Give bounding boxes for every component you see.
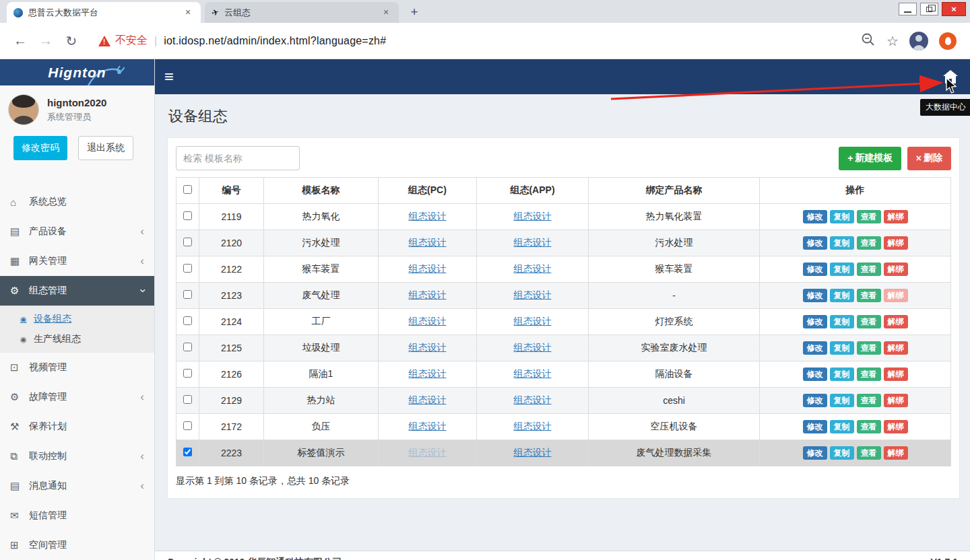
back-icon[interactable]: ←: [8, 29, 32, 53]
pc-design-link[interactable]: 组态设计: [409, 289, 447, 300]
sidebar-item-gateway[interactable]: ▦ 网关管理 ‹: [0, 246, 154, 276]
extension-icon[interactable]: [939, 32, 957, 50]
view-button[interactable]: 查看: [857, 394, 881, 407]
app-design-link[interactable]: 组态设计: [514, 342, 552, 353]
pc-design-link[interactable]: 组态设计: [409, 394, 447, 405]
window-close-button[interactable]: ×: [942, 2, 966, 16]
pc-design-link[interactable]: 组态设计: [409, 368, 447, 379]
copy-button[interactable]: 复制: [830, 262, 854, 276]
row-checkbox[interactable]: [183, 264, 192, 273]
unbind-button[interactable]: 解绑: [884, 394, 908, 407]
sidebar-item-fault[interactable]: ⚙ 故障管理 ‹: [0, 382, 154, 412]
unbind-button[interactable]: 解绑: [884, 315, 908, 328]
app-design-link[interactable]: 组态设计: [514, 289, 552, 300]
app-design-link[interactable]: 组态设计: [514, 368, 552, 379]
edit-button[interactable]: 修改: [803, 394, 827, 407]
edit-button[interactable]: 修改: [803, 210, 827, 223]
pc-design-link[interactable]: 组态设计: [409, 237, 447, 248]
address-bar[interactable]: ! 不安全 | iot.idosp.net/admin/index.html?l…: [85, 34, 860, 48]
tab-close-icon[interactable]: ×: [182, 7, 194, 19]
unbind-button[interactable]: 解绑: [884, 210, 908, 223]
view-button[interactable]: 查看: [857, 210, 881, 223]
forward-icon[interactable]: →: [34, 29, 58, 53]
app-design-link[interactable]: 组态设计: [514, 394, 552, 405]
row-checkbox[interactable]: [183, 290, 192, 299]
copy-button[interactable]: 复制: [830, 315, 854, 328]
row-checkbox[interactable]: [183, 343, 192, 351]
row-checkbox[interactable]: [183, 316, 192, 325]
view-button[interactable]: 查看: [857, 289, 881, 302]
search-input[interactable]: [176, 146, 300, 170]
copy-button[interactable]: 复制: [830, 289, 854, 302]
unbind-button-disabled[interactable]: 解绑: [884, 289, 908, 302]
pc-design-link[interactable]: 组态设计: [409, 316, 447, 326]
unbind-button[interactable]: 解绑: [884, 446, 908, 460]
sidebar-item-notifications[interactable]: ▤ 消息通知 ‹: [0, 471, 154, 501]
copy-button[interactable]: 复制: [830, 420, 854, 433]
pc-design-link[interactable]: 组态设计: [409, 342, 447, 353]
unbind-button[interactable]: 解绑: [884, 236, 908, 250]
edit-button[interactable]: 修改: [803, 420, 827, 433]
sidebar-item-linkage-control[interactable]: ⧉ 联动控制 ‹: [0, 442, 154, 471]
sidebar-item-device-config[interactable]: ◉ 设备组态: [0, 309, 154, 329]
row-checkbox[interactable]: [183, 238, 192, 246]
app-design-link[interactable]: 组态设计: [514, 211, 552, 221]
copy-button[interactable]: 复制: [830, 210, 854, 223]
view-button[interactable]: 查看: [857, 236, 881, 250]
tab-close-icon[interactable]: ×: [380, 7, 392, 19]
new-template-button[interactable]: +新建模板: [839, 147, 901, 170]
row-checkbox[interactable]: [183, 369, 192, 378]
unbind-button[interactable]: 解绑: [884, 368, 908, 381]
edit-button[interactable]: 修改: [803, 236, 827, 250]
sidebar-item-product-devices[interactable]: ▤ 产品设备 ‹: [0, 217, 154, 246]
window-minimize-button[interactable]: [899, 3, 917, 15]
unbind-button[interactable]: 解绑: [884, 341, 908, 355]
browser-tab-active[interactable]: 思普云大数据平台 ×: [7, 2, 201, 23]
sidebar-item-video[interactable]: ⊡ 视频管理: [0, 353, 154, 382]
edit-button[interactable]: 修改: [803, 315, 827, 328]
edit-button[interactable]: 修改: [803, 289, 827, 302]
app-design-link[interactable]: 组态设计: [514, 237, 552, 248]
edit-button[interactable]: 修改: [803, 446, 827, 460]
select-all-checkbox[interactable]: [183, 185, 192, 194]
row-checkbox[interactable]: [183, 395, 192, 404]
window-restore-button[interactable]: [920, 3, 938, 15]
view-button[interactable]: 查看: [857, 341, 881, 355]
app-design-link[interactable]: 组态设计: [514, 421, 552, 431]
sidebar-item-space[interactable]: ⊞ 空间管理: [0, 530, 154, 560]
edit-button[interactable]: 修改: [803, 368, 827, 381]
view-button[interactable]: 查看: [857, 262, 881, 276]
unbind-button[interactable]: 解绑: [884, 420, 908, 433]
view-button[interactable]: 查看: [857, 420, 881, 433]
edit-button[interactable]: 修改: [803, 262, 827, 276]
unbind-button[interactable]: 解绑: [884, 262, 908, 276]
new-tab-button[interactable]: +: [406, 3, 423, 21]
copy-button[interactable]: 复制: [830, 341, 854, 355]
pc-design-link-disabled[interactable]: 组态设计: [409, 447, 447, 458]
app-design-link[interactable]: 组态设计: [514, 316, 552, 326]
edit-button[interactable]: 修改: [803, 341, 827, 355]
reload-icon[interactable]: ↻: [59, 29, 84, 53]
pc-design-link[interactable]: 组态设计: [409, 211, 447, 221]
app-design-link[interactable]: 组态设计: [514, 447, 552, 458]
row-checkbox-checked[interactable]: [183, 448, 192, 456]
view-button[interactable]: 查看: [857, 368, 881, 381]
copy-button[interactable]: 复制: [830, 446, 854, 460]
copy-button[interactable]: 复制: [830, 236, 854, 250]
zoom-icon[interactable]: [861, 32, 876, 50]
sidebar-item-configuration[interactable]: ⚙ 组态管理 ‹: [0, 276, 154, 306]
home-button[interactable]: [936, 59, 965, 94]
view-button[interactable]: 查看: [857, 446, 881, 460]
logout-button[interactable]: 退出系统: [78, 136, 133, 160]
hamburger-icon[interactable]: ≡: [164, 69, 174, 85]
row-checkbox[interactable]: [183, 421, 192, 430]
browser-profile-icon[interactable]: [909, 32, 928, 50]
browser-tab-inactive[interactable]: ✈ 云组态 ×: [205, 2, 399, 23]
bookmark-star-icon[interactable]: ☆: [886, 33, 899, 49]
pc-design-link[interactable]: 组态设计: [409, 263, 447, 274]
sidebar-item-sms[interactable]: ✉ 短信管理: [0, 501, 154, 530]
app-design-link[interactable]: 组态设计: [514, 263, 552, 274]
change-password-button[interactable]: 修改密码: [13, 136, 67, 160]
url-text[interactable]: iot.idosp.net/admin/index.html?language=…: [164, 35, 386, 47]
copy-button[interactable]: 复制: [830, 368, 854, 381]
